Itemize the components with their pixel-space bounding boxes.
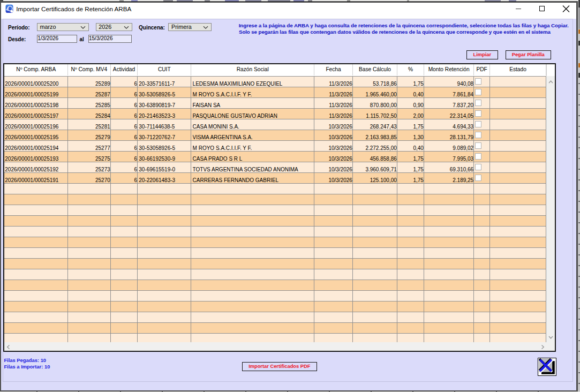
svg-text:4: 4 xyxy=(5,5,9,11)
